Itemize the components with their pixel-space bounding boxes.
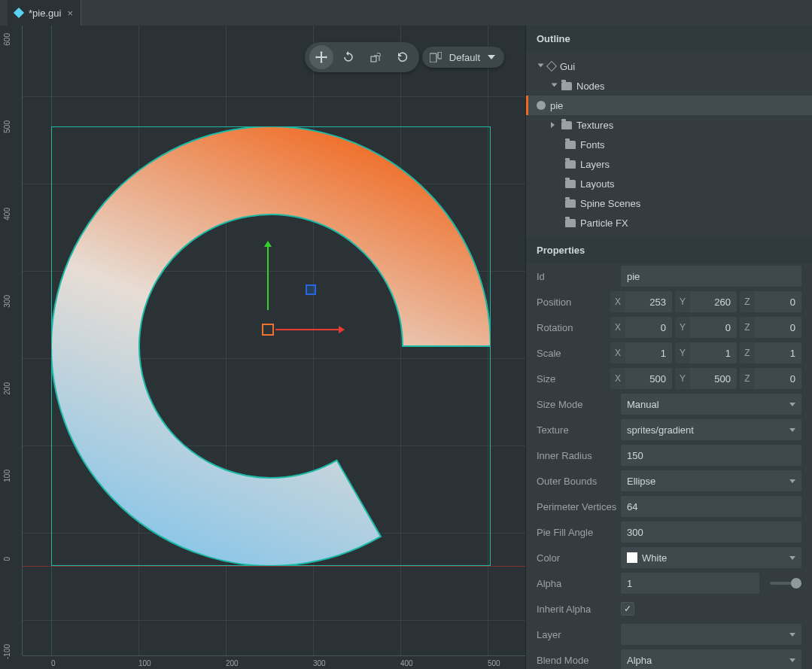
disclosure-icon[interactable] xyxy=(552,84,558,90)
side-panel: Outline Gui Nodes pie xyxy=(525,26,812,669)
folder-icon xyxy=(561,82,572,90)
scale-icon xyxy=(370,52,381,62)
texture-select[interactable]: sprites/gradient xyxy=(621,419,801,440)
rotate-tool-button[interactable] xyxy=(336,45,360,69)
tree-row-folder[interactable]: Layers xyxy=(526,154,812,174)
folder-icon xyxy=(565,180,576,188)
scale-x[interactable] xyxy=(625,342,672,363)
pie-node-shape[interactable] xyxy=(51,126,491,566)
chevron-down-icon xyxy=(789,428,795,435)
scale-z[interactable] xyxy=(755,342,801,363)
outline-title: Outline xyxy=(526,26,812,52)
axis-x xyxy=(23,566,525,567)
prop-label-rotation: Rotation xyxy=(537,322,610,333)
ruler-tick: 300 xyxy=(313,659,326,667)
ruler-tick: 0 xyxy=(51,659,56,667)
tree-label: Fonts xyxy=(580,139,605,151)
file-tab[interactable]: *pie.gui × xyxy=(8,0,81,26)
tree-row-folder[interactable]: Fonts xyxy=(526,135,812,154)
color-select[interactable]: White xyxy=(621,547,801,568)
rotation-x[interactable] xyxy=(625,317,672,338)
gizmo-xy-plane[interactable] xyxy=(306,284,316,295)
perimeter-vertices-field[interactable] xyxy=(621,496,801,517)
scene-view[interactable]: -1000100200300400500600 0100200300400500 xyxy=(0,26,525,669)
folder-icon xyxy=(561,121,572,129)
tree-row-pie[interactable]: pie xyxy=(526,96,812,115)
inherit-alpha-checkbox[interactable] xyxy=(621,602,634,616)
tree-label: Layers xyxy=(580,159,610,170)
layer-select[interactable] xyxy=(621,624,801,645)
position-x[interactable] xyxy=(625,291,672,312)
outline-tree[interactable]: Gui Nodes pie Textures FontsLayersLayout… xyxy=(526,52,812,237)
scale-y[interactable] xyxy=(690,342,737,363)
gizmo-x-axis[interactable] xyxy=(275,329,343,330)
close-icon[interactable]: × xyxy=(67,8,73,19)
gui-file-icon xyxy=(14,8,24,18)
prop-label-id: Id xyxy=(537,271,621,282)
disclosure-icon[interactable] xyxy=(538,64,544,71)
size-x[interactable] xyxy=(625,368,672,389)
tree-row-folder[interactable]: Spine Scenes xyxy=(526,193,812,213)
chevron-down-icon xyxy=(789,633,795,640)
tree-row-folder[interactable]: Layouts xyxy=(526,174,812,193)
gizmo-y-axis[interactable] xyxy=(267,242,269,310)
position-y[interactable] xyxy=(690,291,737,312)
slider-knob[interactable] xyxy=(791,578,801,588)
svg-rect-2 xyxy=(438,52,442,59)
position-z[interactable] xyxy=(755,291,801,312)
prop-label-inner-radius: Inner Radius xyxy=(537,450,621,461)
blend-mode-value: Alpha xyxy=(627,655,652,666)
prop-label-color: Color xyxy=(537,552,621,564)
blend-mode-select[interactable]: Alpha xyxy=(621,649,801,669)
refresh-icon xyxy=(397,51,409,63)
ruler-tick: -100 xyxy=(3,644,11,659)
prop-label-inherit-alpha: Inherit Alpha xyxy=(537,604,621,615)
ruler-tick: 400 xyxy=(3,208,11,220)
size-z[interactable] xyxy=(755,368,801,389)
tree-label: Nodes xyxy=(576,81,605,92)
tree-label: pie xyxy=(550,100,563,111)
layout-dropdown[interactable]: Default xyxy=(422,47,504,68)
chevron-down-icon xyxy=(789,556,795,563)
size-y[interactable] xyxy=(690,368,737,389)
tree-label: Textures xyxy=(576,120,613,131)
prop-label-outer-bounds: Outer Bounds xyxy=(537,476,621,487)
rotation-y[interactable] xyxy=(690,317,737,338)
outer-bounds-select[interactable]: Ellipse xyxy=(621,470,801,491)
chevron-down-icon xyxy=(488,55,495,63)
ruler-tick: 300 xyxy=(3,295,11,308)
alpha-field[interactable] xyxy=(621,573,759,594)
tree-row-folder[interactable]: Particle FX xyxy=(526,213,812,233)
tree-label: Particle FX xyxy=(580,217,628,229)
color-value: White xyxy=(642,552,667,564)
ruler-tick: 500 xyxy=(3,120,11,133)
sizemode-value: Manual xyxy=(627,399,659,410)
folder-icon xyxy=(565,219,576,227)
gizmo-origin[interactable] xyxy=(262,324,274,336)
refresh-button[interactable] xyxy=(391,45,415,69)
inner-radius-field[interactable] xyxy=(621,445,801,466)
alpha-slider[interactable] xyxy=(770,582,801,585)
tree-row-nodes[interactable]: Nodes xyxy=(526,76,812,96)
prop-label-fill-angle: Pie Fill Angle xyxy=(537,527,621,538)
properties-title: Properties xyxy=(526,237,812,263)
scale-tool-button[interactable] xyxy=(363,45,388,69)
prop-label-perim: Perimeter Vertices xyxy=(537,501,621,512)
prop-label-sizemode: Size Mode xyxy=(537,399,621,410)
ruler-vertical: -1000100200300400500600 xyxy=(0,26,23,655)
outline-panel: Outline Gui Nodes pie xyxy=(526,26,812,237)
rotation-z[interactable] xyxy=(755,317,801,338)
move-tool-button[interactable] xyxy=(309,45,333,69)
tree-label: Layouts xyxy=(580,178,615,190)
ruler-horizontal: 0100200300400500 xyxy=(23,655,525,669)
sizemode-select[interactable]: Manual xyxy=(621,394,801,415)
tree-row-gui[interactable]: Gui xyxy=(526,56,812,76)
view-toolbar: Default xyxy=(305,42,504,72)
device-icon xyxy=(430,52,442,62)
pie-fill-angle-field[interactable] xyxy=(621,522,801,543)
file-tab-title: *pie.gui xyxy=(29,8,61,19)
prop-label-layer: Layer xyxy=(537,629,621,640)
disclosure-icon[interactable] xyxy=(551,122,558,128)
tree-row-textures[interactable]: Textures xyxy=(526,115,812,135)
id-field[interactable] xyxy=(621,266,801,287)
